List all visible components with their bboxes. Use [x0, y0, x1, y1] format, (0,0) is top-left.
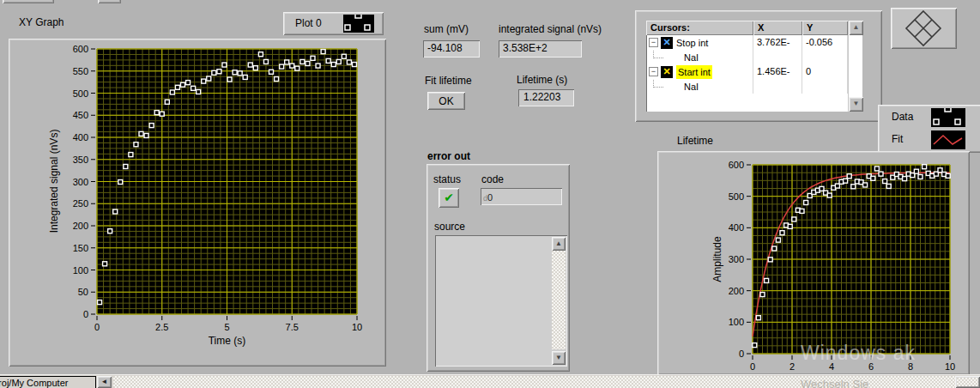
cursor-name[interactable]: Stop int [676, 36, 708, 50]
plot0-legend-label: Plot 0 [295, 17, 322, 29]
svg-text:50: 50 [78, 287, 88, 297]
cursors-header-x[interactable]: X [753, 21, 802, 35]
legend-data-label[interactable]: Data [892, 111, 913, 123]
source-scroll-down-button[interactable]: ▼ [552, 351, 566, 365]
execution-target-tab[interactable]: proj/My Computer [0, 376, 96, 388]
svg-text:600: 600 [73, 44, 88, 54]
plot0-legend[interactable]: Plot 0 [283, 12, 384, 35]
svg-text:100: 100 [73, 265, 88, 276]
svg-text:0: 0 [94, 322, 100, 332]
source-scroll-up-button[interactable]: ▲ [552, 237, 566, 251]
cursor-plot-name[interactable]: NaI [684, 51, 699, 64]
cursor-mover-diamond-icon [891, 8, 957, 49]
svg-text:8: 8 [908, 361, 913, 372]
svg-text:0: 0 [739, 349, 744, 359]
ok-button[interactable]: OK [427, 92, 465, 110]
code-indicator: d0 [481, 188, 562, 205]
cut-off-button-2[interactable] [98, 0, 121, 3]
stop-cursor-icon: ✕ [661, 37, 673, 49]
tree-branch-line [653, 51, 663, 58]
code-label: code [481, 173, 504, 185]
lifetime-graph-canvas[interactable]: 02468100100200300400500600Amplitude [657, 151, 970, 373]
cursor-x-value[interactable]: 1.456E- [753, 64, 802, 79]
sum-label: sum (mV) [424, 23, 469, 35]
horizontal-scroll-track[interactable] [113, 376, 955, 388]
svg-text:500: 500 [73, 88, 88, 99]
lifetime-legend: Data Fit [878, 105, 980, 153]
check-icon: ✔ [444, 191, 454, 204]
cursors-scroll-down-button[interactable]: ▼ [849, 97, 863, 112]
scroll-left-arrow-button[interactable]: ◄ [97, 376, 112, 388]
svg-text:7.5: 7.5 [286, 322, 299, 332]
labview-front-panel: XY Graph Plot 0 02.557.51005010015020025… [0, 0, 980, 388]
cursors-header-y[interactable]: Y [802, 21, 848, 35]
svg-text:10: 10 [945, 361, 955, 372]
svg-text:450: 450 [73, 110, 88, 120]
source-indicator[interactable]: ▲ ▼ [435, 235, 567, 367]
svg-text:Integrated signal (nVs): Integrated signal (nVs) [48, 130, 60, 233]
code-value: 0 [487, 192, 493, 203]
cursor-subrow-start[interactable]: NaI [646, 79, 848, 94]
error-out-cluster: status ✔ code d0 source ▲ ▼ [426, 164, 570, 372]
cursors-table: Cursors: X Y − ✕ Stop int 3.762E- -0.056… [646, 21, 862, 112]
svg-text:200: 200 [729, 286, 744, 296]
svg-text:300: 300 [729, 254, 744, 264]
cursor-plot-name[interactable]: NaI [684, 80, 699, 94]
tree-collapse-icon[interactable]: − [649, 38, 658, 47]
tree-collapse-icon[interactable]: − [649, 67, 658, 76]
svg-text:600: 600 [729, 160, 744, 170]
data-marker-swatch[interactable] [931, 108, 965, 127]
svg-text:6: 6 [868, 361, 874, 372]
svg-text:0: 0 [750, 361, 755, 372]
svg-text:350: 350 [73, 155, 88, 165]
cursor-palette: Cursors: X Y − ✕ Stop int 3.762E- -0.056… [635, 10, 882, 122]
horizontal-scroll-thumb[interactable] [955, 376, 980, 388]
plot0-marker-swatch[interactable] [343, 15, 374, 33]
square-marker-pattern-icon [343, 15, 374, 33]
legend-fit-label[interactable]: Fit [892, 133, 903, 145]
svg-text:Amplitude: Amplitude [711, 236, 723, 282]
svg-text:5: 5 [224, 322, 229, 332]
svg-text:2.5: 2.5 [155, 322, 168, 332]
svg-text:300: 300 [73, 177, 88, 187]
integrated-signal-label: integrated signal (nVs) [499, 23, 602, 35]
cut-off-button-1[interactable] [3, 0, 54, 3]
error-out-title: error out [427, 150, 470, 162]
status-label: status [433, 173, 461, 185]
svg-text:100: 100 [729, 317, 744, 327]
cursor-mover-button[interactable] [891, 8, 957, 49]
fit-line-swatch[interactable] [931, 130, 965, 149]
cursor-row-start-int[interactable]: − ✕ Start int 1.456E- 0 [646, 64, 848, 79]
source-scroll-track[interactable] [552, 251, 566, 349]
window-bottom-bar: proj/My Computer ◄ [0, 374, 980, 388]
svg-text:250: 250 [73, 198, 88, 209]
lifetime-graph-panel: 02468100100200300400500600Amplitude [657, 151, 970, 375]
cursor-y-value[interactable]: -0.056 [802, 35, 848, 50]
fit-lifetime-label: Fit lifetime [425, 75, 472, 87]
svg-text:2: 2 [789, 361, 795, 372]
svg-text:200: 200 [73, 221, 88, 231]
cursors-header-name[interactable]: Cursors: [646, 21, 753, 35]
cursor-x-value[interactable]: 3.762E- [753, 35, 802, 50]
svg-text:400: 400 [729, 222, 744, 233]
red-line-pattern-icon [931, 130, 965, 149]
svg-text:500: 500 [729, 191, 744, 202]
xy-graph-canvas[interactable]: 02.557.510050100150200250300350400450500… [9, 39, 386, 365]
lifetime-graph-title: Lifetime [677, 135, 713, 147]
sum-indicator: -94.108 [423, 40, 480, 58]
tree-branch-line [653, 80, 663, 88]
cursor-name-highlighted[interactable]: Start int [676, 65, 712, 79]
cursor-row-stop-int[interactable]: − ✕ Stop int 3.762E- -0.056 [646, 35, 848, 50]
cursor-subrow-stop[interactable]: NaI [646, 50, 848, 64]
square-marker-pattern-icon [931, 108, 965, 127]
cursors-scroll-up-button[interactable]: ▲ [849, 21, 863, 35]
svg-text:400: 400 [73, 132, 88, 142]
xy-graph-title: XY Graph [19, 16, 64, 28]
lifetime-indicator: 1.22203 [518, 89, 574, 106]
cursor-y-value[interactable]: 0 [802, 64, 848, 79]
source-label: source [434, 221, 465, 233]
svg-text:Time (s): Time (s) [209, 335, 246, 347]
svg-text:550: 550 [73, 66, 88, 76]
status-boolean[interactable]: ✔ [439, 188, 459, 208]
lifetime-label: Lifetime (s) [517, 74, 567, 86]
